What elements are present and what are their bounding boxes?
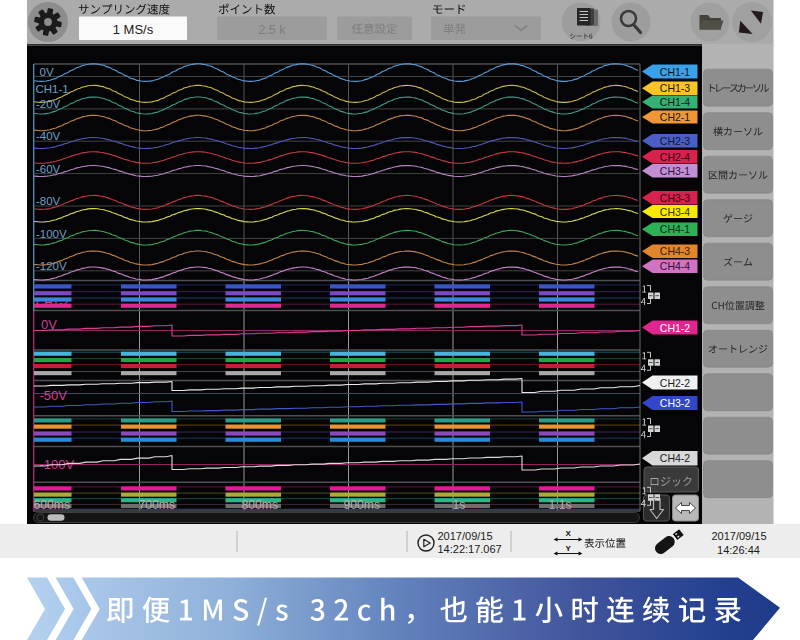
svg-text:CH1-1: CH1-1 <box>36 83 69 95</box>
svg-text:CH1-3: CH1-3 <box>660 82 691 94</box>
svg-text:CH3-1: CH3-1 <box>660 165 691 177</box>
svg-text:CH4-4: CH4-4 <box>660 260 691 272</box>
svg-text:CH2-1: CH2-1 <box>660 111 691 123</box>
svg-text:1s: 1s <box>453 498 466 512</box>
svg-text:CH1-1: CH1-1 <box>660 66 691 78</box>
svg-text:2017/09/15: 2017/09/15 <box>711 530 766 542</box>
svg-text:-40V: -40V <box>36 130 61 142</box>
svg-text:1 MS/s: 1 MS/s <box>113 22 154 37</box>
svg-text:14:22:17.067: 14:22:17.067 <box>438 543 502 555</box>
svg-text:CH2-3: CH2-3 <box>660 135 691 147</box>
svg-text:CH2-2: CH2-2 <box>660 377 691 389</box>
svg-text:CH3-4: CH3-4 <box>660 206 691 218</box>
svg-text:CH4-1: CH4-1 <box>660 223 691 235</box>
svg-text:2017/09/15: 2017/09/15 <box>438 530 493 542</box>
svg-text:CH2-4: CH2-4 <box>660 151 691 163</box>
svg-text:700ms: 700ms <box>139 498 176 512</box>
svg-text:CH3-2: CH3-2 <box>660 397 691 409</box>
svg-text:900ms: 900ms <box>344 498 381 512</box>
svg-text:0V: 0V <box>40 66 54 78</box>
svg-text:CH4-3: CH4-3 <box>660 245 691 257</box>
svg-text:CH1-4: CH1-4 <box>660 96 691 108</box>
svg-text:-50V: -50V <box>40 388 68 403</box>
svg-text:-120V: -120V <box>36 260 67 272</box>
svg-text:-20V: -20V <box>36 98 61 110</box>
svg-text:CH3-3: CH3-3 <box>660 192 691 204</box>
svg-text:600ms: 600ms <box>34 498 71 512</box>
svg-text:-60V: -60V <box>36 163 61 175</box>
svg-text:800ms: 800ms <box>242 498 279 512</box>
svg-text:-100V: -100V <box>36 228 67 240</box>
svg-text:-80V: -80V <box>36 195 61 207</box>
svg-text:14:26:44: 14:26:44 <box>717 544 760 556</box>
svg-text:X: X <box>566 529 572 538</box>
svg-text:1.1s: 1.1s <box>549 498 572 512</box>
svg-text:2.5 k: 2.5 k <box>258 23 286 37</box>
svg-text:Y: Y <box>566 544 572 553</box>
svg-text:CH1-2: CH1-2 <box>660 322 691 334</box>
svg-text:CH4-2: CH4-2 <box>660 452 691 464</box>
